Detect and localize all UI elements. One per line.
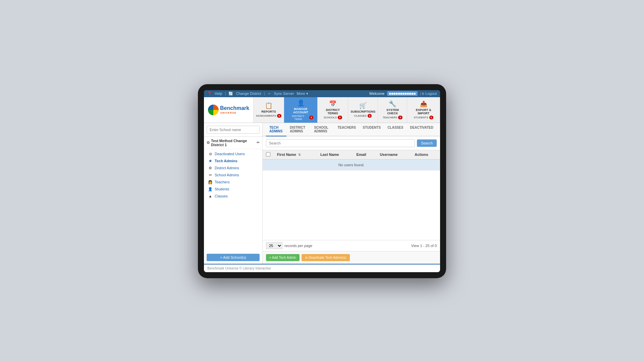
reports-sub-label: ASSESSMENTS [256, 114, 276, 117]
nav-system-check-btn[interactable]: 🔧 SYSTEM CHECK TEACHERS 0 [378, 97, 407, 123]
top-bar: ❓ Help | 🔄 Change District | ↔ Sync Serv… [204, 90, 440, 97]
help-link[interactable]: Help [215, 92, 222, 96]
district-item: ⊙ Test Method Change District 1 ✏ [204, 137, 262, 149]
logout-icon: ⎋ [422, 92, 424, 96]
tab-tech-admins[interactable]: TECH ADMINS [266, 123, 286, 136]
students-link[interactable]: Students [215, 187, 229, 191]
help-icon: ❓ [207, 92, 212, 96]
first-name-header: First Name ⇅ [274, 150, 317, 160]
tab-deactivated[interactable]: DEACTIVATED [407, 123, 437, 136]
teachers-link[interactable]: Teachers [215, 180, 230, 184]
logo-title: Benchmark [220, 105, 249, 111]
district-terms-sub-label: SCHOOLS [324, 116, 337, 119]
top-bar-right: Welcome ■■■■■■■■■■■■ | ⎋ Logout [369, 92, 437, 96]
tech-admins-icon: ★ [208, 159, 213, 163]
deactivated-icon: ⊖ [208, 152, 213, 156]
search-button[interactable]: Search [417, 139, 437, 147]
nav-buttons: 📋 REPORTS ASSESSMENTS 0 👤 MANAGE ACCOUNT… [254, 97, 440, 123]
subscriptions-badge-row: CLASSES 0 [354, 114, 372, 118]
data-table: First Name ⇅ Last Name Email Username Ac… [263, 150, 440, 240]
sidebar-item-students[interactable]: 👤 Students [204, 186, 262, 193]
sync-icon: ↔ [268, 92, 271, 96]
nav-subscriptions-btn[interactable]: 🛒 SUBSCRIPTIONS CLASSES 0 [348, 97, 378, 123]
export-import-sub-label: STUDENTS [414, 116, 428, 119]
no-users-message: No users found. [263, 159, 440, 170]
district-name: Test Method Change District 1 [211, 139, 255, 147]
sidebar-item-district-admins[interactable]: ⚙ District Admins [204, 165, 262, 172]
nav-reports-btn[interactable]: 📋 REPORTS ASSESSMENTS 0 [254, 97, 284, 123]
district-expand-icon: ⊙ [207, 140, 210, 145]
top-bar-left: ❓ Help | 🔄 Change District | ↔ Sync Serv… [207, 92, 308, 96]
logo-text-group: Benchmark UNIVERSE [220, 105, 249, 114]
tab-classes[interactable]: CLASSES [384, 123, 407, 136]
select-all-checkbox[interactable] [266, 152, 270, 157]
district-terms-badge-row: SCHOOLS 0 [324, 116, 342, 119]
subscriptions-label: SUBSCRIPTIONS [351, 110, 375, 113]
change-district-link[interactable]: Change District [236, 92, 261, 96]
edit-district-icon[interactable]: ✏ [257, 140, 260, 145]
district-admins-link[interactable]: District Admins [215, 166, 239, 170]
logout-link[interactable]: Logout [425, 92, 437, 96]
subscriptions-badge: 0 [368, 114, 372, 118]
add-school-btn[interactable]: + Add School(s) [207, 254, 260, 261]
manage-account-label: MANAGE ACCOUNT [288, 107, 314, 114]
deactivate-tech-admins-btn[interactable]: ⊖ Deactivate Tech Admin(s) [302, 254, 350, 261]
classes-link[interactable]: Classes [215, 194, 228, 198]
sidebar-item-school-admins[interactable]: ✏ School Admins [204, 172, 262, 179]
manage-account-sub-label: DISTRICT TERM [288, 115, 308, 121]
sidebar-item-deactivated[interactable]: ⊖ Deactivated Users [204, 150, 262, 158]
tabs-row: TECH ADMINS DISTRICT ADMINS SCHOOL ADMIN… [263, 123, 440, 136]
search-input[interactable] [266, 139, 415, 147]
sidebar-item-tech-admins[interactable]: ★ Tech Admins [204, 158, 262, 165]
nav-manage-account-btn[interactable]: 👤 MANAGE ACCOUNT DISTRICT TERM 0 [284, 97, 318, 123]
nav-toolbar: Benchmark UNIVERSE 📋 REPORTS ASSESSMENTS… [204, 97, 440, 123]
system-check-sub-label: TEACHERS [383, 116, 397, 119]
tablet-screen: ❓ Help | 🔄 Change District | ↔ Sync Serv… [204, 90, 440, 272]
records-per-page-label: records per page [284, 244, 312, 248]
system-check-icon: 🔧 [389, 100, 396, 108]
view-info: View 1 - 25 of 0 [411, 244, 437, 248]
no-users-row: No users found. [263, 159, 440, 170]
sidebar-item-teachers[interactable]: 👩 Teachers [204, 179, 262, 186]
tab-district-admins[interactable]: DISTRICT ADMINS [286, 123, 311, 136]
deactivated-link[interactable]: Deactivated Users [215, 152, 245, 156]
welcome-text: Welcome [369, 92, 385, 96]
sidebar-item-classes[interactable]: ▲ Classes [204, 193, 262, 199]
classes-icon: ▲ [208, 194, 213, 198]
actions-header: Actions [411, 150, 440, 160]
tablet-frame: ❓ Help | 🔄 Change District | ↔ Sync Serv… [198, 84, 446, 278]
sort-icon[interactable]: ⇅ [298, 153, 301, 157]
tab-school-admins[interactable]: SCHOOL ADMINS [311, 123, 334, 136]
username-header: Username [376, 150, 411, 160]
sync-server-link[interactable]: Sync Server [274, 92, 294, 96]
tab-students[interactable]: STUDENTS [359, 123, 384, 136]
checkbox-header [263, 150, 274, 160]
users-table: First Name ⇅ Last Name Email Username Ac… [263, 150, 440, 171]
search-bar: Search [263, 136, 440, 150]
nav-district-terms-btn[interactable]: 📅 DISTRICT TERMS SCHOOLS 0 [318, 97, 348, 123]
nav-export-import-btn[interactable]: 📤 EXPORT & IMPORT STUDENTS 0 [407, 97, 440, 123]
export-import-icon: 📤 [420, 100, 427, 108]
logo-circle-icon [208, 105, 219, 115]
district-terms-badge: 0 [338, 116, 342, 119]
reports-icon: 📋 [265, 102, 272, 109]
tab-teachers[interactable]: TEACHERS [334, 123, 359, 136]
students-icon: 👤 [208, 187, 213, 191]
add-tech-admin-btn[interactable]: + Add Tech Admin [266, 254, 300, 261]
logo-subtitle: UNIVERSE [220, 111, 249, 114]
district-terms-label: DISTRICT TERMS [322, 108, 344, 115]
records-per-page-select[interactable]: 25 50 100 [266, 242, 282, 249]
school-admins-icon: ✏ [208, 173, 213, 177]
table-header-row: First Name ⇅ Last Name Email Username Ac… [263, 150, 440, 160]
more-menu-link[interactable]: More ▾ [297, 92, 308, 96]
subscriptions-sub-label: CLASSES [354, 114, 367, 117]
school-admins-link[interactable]: School Admins [215, 173, 239, 177]
system-check-label: SYSTEM CHECK [382, 108, 403, 115]
search-school-area [204, 123, 262, 137]
manage-account-badge: 0 [309, 116, 313, 119]
tech-admins-link[interactable]: Tech Admins [215, 159, 237, 163]
school-search-input[interactable] [207, 126, 260, 134]
right-panel: TECH ADMINS DISTRICT ADMINS SCHOOL ADMIN… [263, 123, 440, 264]
reports-badge: 0 [277, 114, 281, 118]
footer-text: Benchmark Universe © Literacy Interactiv… [207, 266, 271, 270]
